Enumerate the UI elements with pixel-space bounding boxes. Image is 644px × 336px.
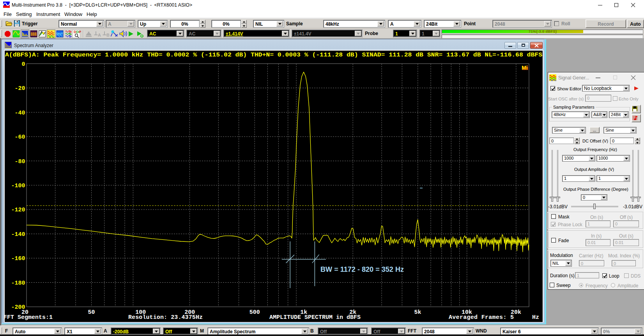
svg-text:-140: -140 — [11, 231, 25, 238]
svg-text:-40: -40 — [14, 110, 25, 116]
svg-text:-180: -180 — [11, 280, 25, 287]
svg-text:5k: 5k — [414, 309, 421, 316]
svg-text:-20: -20 — [14, 85, 25, 92]
svg-text:BW = 1172 - 820 = 352 Hz: BW = 1172 - 820 = 352 Hz — [320, 265, 404, 273]
svg-text:0: 0 — [21, 61, 25, 68]
svg-text:FFT Segments:1: FFT Segments:1 — [5, 314, 53, 321]
svg-text:-80: -80 — [14, 158, 25, 165]
svg-text:B: B — [106, 33, 110, 37]
svg-text:Mi: Mi — [522, 65, 528, 71]
svg-text:Hz: Hz — [532, 314, 539, 321]
svg-text:Averaged Frames: 5: Averaged Frames: 5 — [449, 314, 514, 321]
svg-text:888: 888 — [31, 32, 37, 37]
svg-text:-160: -160 — [11, 255, 25, 262]
svg-text:AMPLITUDE SPECTRUM in dBFS: AMPLITUDE SPECTRUM in dBFS — [269, 314, 361, 321]
svg-text:500: 500 — [249, 309, 260, 316]
svg-text:-100: -100 — [11, 183, 25, 189]
svg-text:DDP: DDP — [74, 30, 81, 34]
svg-text:Resolution: 23.4375Hz: Resolution: 23.4375Hz — [128, 314, 203, 321]
svg-text:50: 50 — [88, 309, 95, 316]
svg-text:DUT: DUT — [57, 32, 63, 35]
svg-text:A(dBFS)A: Peak Frequency= 1.0: A(dBFS)A: Peak Frequency= 1.0000 kHz THD… — [5, 52, 542, 58]
svg-text:A: A — [98, 33, 101, 37]
svg-text:-60: -60 — [14, 134, 25, 141]
svg-text:-120: -120 — [11, 207, 25, 213]
